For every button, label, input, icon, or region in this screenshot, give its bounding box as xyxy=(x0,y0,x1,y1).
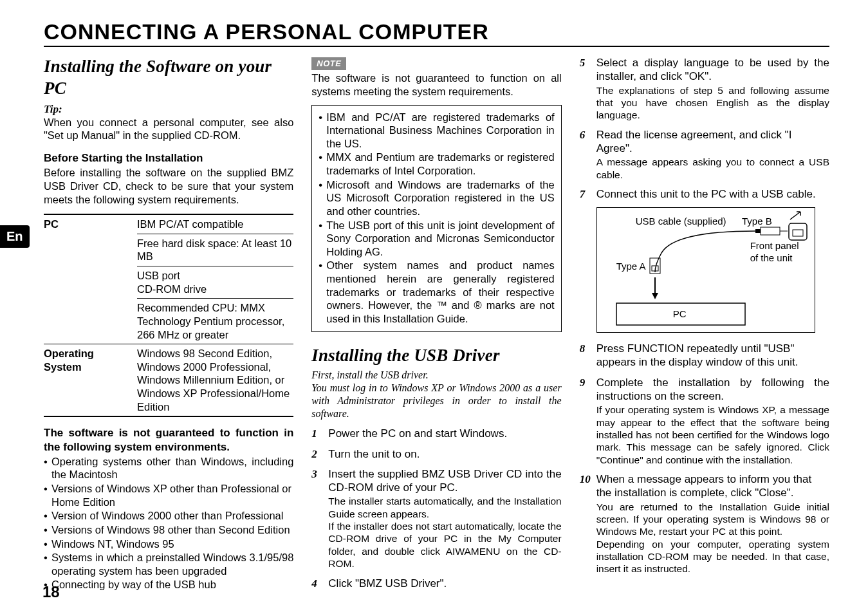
step-number: 1 xyxy=(311,427,317,440)
svg-rect-2 xyxy=(761,227,780,235)
step-text: Connect this unit to the PC with a USB c… xyxy=(596,187,829,201)
step-text: Press FUNCTION repeatedly until "USB" ap… xyxy=(596,342,829,369)
not-guaranteed-heading: The software is not guaranteed to functi… xyxy=(44,426,293,454)
step-subtext: A message appears asking you to connect … xyxy=(596,156,829,181)
table-cell: Free hard disk space: At least 10 MB xyxy=(137,234,293,266)
step-text: Click "BMZ USB Driver". xyxy=(328,577,561,590)
svg-rect-1 xyxy=(793,230,803,236)
list-item: Operating systems other than Windows, in… xyxy=(44,455,293,481)
svg-rect-3 xyxy=(755,229,761,233)
note-badge: NOTE xyxy=(311,57,346,70)
steps-list: 1 Power the PC on and start Windows. 2 T… xyxy=(311,427,561,590)
step-text: When a message appears to inform you tha… xyxy=(596,472,829,500)
step-subtext: If your operating system is Windows XP, … xyxy=(596,404,829,466)
row-label-os: Operating System xyxy=(44,344,137,416)
column-2: NOTE The software is not guaranteed to f… xyxy=(311,56,561,597)
step-item: 6 Read the license agreement, and click … xyxy=(580,128,829,181)
step-number: 3 xyxy=(311,467,317,481)
diagram-label-pc: PC xyxy=(673,308,687,321)
steps-list-contd: 5 Select a display language to be used b… xyxy=(580,56,829,201)
step-number: 4 xyxy=(311,577,317,590)
usb-intro-2: You must log in to Windows XP or Windows… xyxy=(311,382,561,420)
step-number: 5 xyxy=(580,56,586,70)
list-item: Microsoft and Windows are trademarks of … xyxy=(319,178,554,218)
step-subtext: The installer starts automatically, and … xyxy=(328,495,561,570)
table-row: PC IBM PC/AT compatible Free hard disk s… xyxy=(44,215,293,344)
step-item: 2 Turn the unit to on. xyxy=(311,447,561,461)
usb-connection-diagram: USB cable (supplied) Type B Type A Front… xyxy=(596,207,815,333)
content-columns: Installing the Software on your PC Tip: … xyxy=(44,56,829,597)
list-item: Version of Windows 2000 other than Profe… xyxy=(44,509,293,523)
before-heading: Before Starting the Installation xyxy=(44,151,293,165)
step-text: Insert the supplied BMZ USB Driver CD in… xyxy=(328,467,561,495)
trademark-list: IBM and PC/AT are registered trademarks … xyxy=(319,111,554,326)
heading-install-software: Installing the Software on your PC xyxy=(44,56,293,100)
list-item: Windows NT, Windows 95 xyxy=(44,537,293,551)
table-cell: Windows 98 Second Edition, Windows 2000 … xyxy=(137,344,293,416)
list-item: Versions of Windows 98 other than Second… xyxy=(44,523,293,537)
note-text: The software is not guaranteed to functi… xyxy=(311,71,561,98)
heading-usb-driver: Installing the USB Driver xyxy=(311,345,561,367)
step-number: 10 xyxy=(580,472,591,486)
step-text: Read the license agreement, and click "I… xyxy=(596,128,829,156)
step-item: 1 Power the PC on and start Windows. xyxy=(311,427,561,440)
table-cell: USB port CD-ROM drive xyxy=(137,266,293,298)
step-item: 5 Select a display language to be used b… xyxy=(580,56,829,122)
list-item: Other system names and product names men… xyxy=(319,259,554,325)
step-item: 8 Press FUNCTION repeatedly until "USB" … xyxy=(580,342,829,369)
page-title: CONNECTING A PERSONAL COMPUTER xyxy=(44,19,829,47)
step-subtext: You are returned to the Installation Gui… xyxy=(596,501,829,575)
usb-intro-1: First, install the USB driver. xyxy=(311,369,561,382)
svg-rect-0 xyxy=(789,223,807,240)
table-cell: IBM PC/AT compatible xyxy=(137,215,293,234)
step-number: 6 xyxy=(580,128,586,142)
diagram-svg xyxy=(597,208,816,333)
list-item: MMX and Pentium are trademarks or regist… xyxy=(319,151,554,177)
column-3: 5 Select a display language to be used b… xyxy=(580,56,829,597)
step-subtext: The explanations of step 5 and following… xyxy=(596,84,829,122)
step-text: Select a display language to be used by … xyxy=(596,56,829,84)
language-tab: En xyxy=(0,225,30,248)
list-item: The USB port of this unit is joint devel… xyxy=(319,219,554,259)
table-row: Operating System Windows 98 Second Editi… xyxy=(44,344,293,416)
step-item: 4 Click "BMZ USB Driver". xyxy=(311,577,561,590)
not-guaranteed-list: Operating systems other than Windows, in… xyxy=(44,455,293,591)
step-item: 9 Complete the installation by following… xyxy=(580,376,829,466)
steps-list-after-diagram: 8 Press FUNCTION repeatedly until "USB" … xyxy=(580,342,829,575)
step-number: 2 xyxy=(311,447,317,461)
table-cell: Recommended CPU: MMX Technology Pentium … xyxy=(137,298,293,344)
step-item: 7 Connect this unit to the PC with a USB… xyxy=(580,187,829,201)
step-number: 8 xyxy=(580,342,586,355)
step-item: 10 When a message appears to inform you … xyxy=(580,472,829,575)
tip-label: Tip: xyxy=(44,102,293,116)
step-text: Power the PC on and start Windows. xyxy=(328,427,561,440)
list-item: Systems in which a preinstalled Windows … xyxy=(44,551,293,577)
list-item: IBM and PC/AT are registered trademarks … xyxy=(319,111,554,151)
step-text: Turn the unit to on. xyxy=(328,447,561,461)
step-number: 9 xyxy=(580,376,586,389)
column-1: Installing the Software on your PC Tip: … xyxy=(44,56,293,597)
row-label-pc: PC xyxy=(44,215,137,344)
list-item: Versions of Windows XP other than Profes… xyxy=(44,482,293,508)
trademark-box: IBM and PC/AT are registered trademarks … xyxy=(311,105,561,332)
step-text: Complete the installation by following t… xyxy=(596,376,829,404)
system-requirements-table: PC IBM PC/AT compatible Free hard disk s… xyxy=(44,214,293,417)
before-text: Before installing the software on the su… xyxy=(44,166,293,206)
tip-text: When you connect a personal computer, se… xyxy=(44,116,293,142)
page-number: 18 xyxy=(42,583,60,601)
step-item: 3 Insert the supplied BMZ USB Driver CD … xyxy=(311,467,561,570)
step-number: 7 xyxy=(580,187,586,201)
list-item: Connecting by way of the USB hub xyxy=(44,578,293,591)
